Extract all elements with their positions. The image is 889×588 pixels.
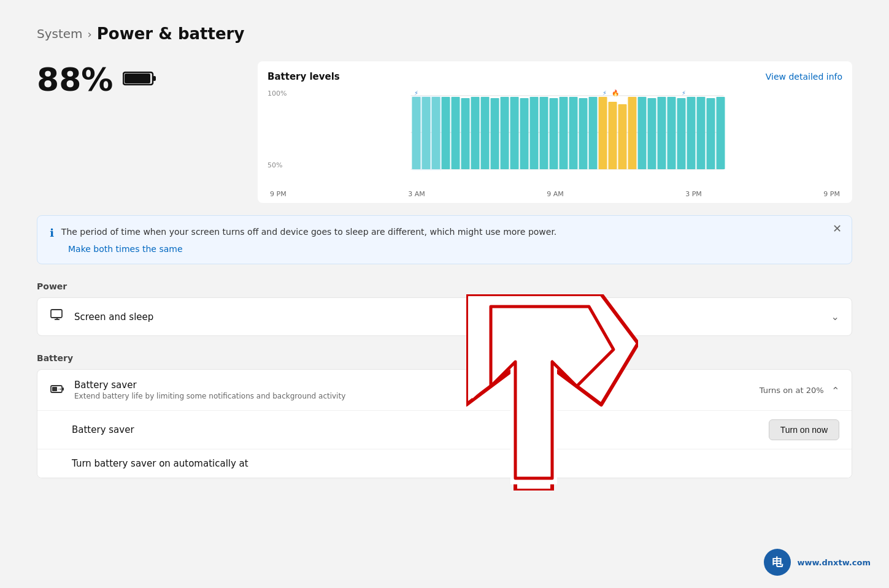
screen-sleep-row[interactable]: Screen and sleep ⌄ xyxy=(37,298,852,335)
breadcrumb-parent[interactable]: System xyxy=(37,26,83,41)
info-banner: ℹ The period of time when your screen tu… xyxy=(37,215,852,264)
screen-sleep-title: Screen and sleep xyxy=(74,311,831,323)
y-label-100: 100% xyxy=(267,90,287,97)
svg-rect-33 xyxy=(677,98,686,169)
chart-svg: ⚡ ⚡ 🔥 ⚡ xyxy=(267,90,842,175)
svg-rect-36 xyxy=(707,98,715,169)
breadcrumb-current: Power & battery xyxy=(97,25,245,43)
svg-rect-20 xyxy=(550,98,558,169)
svg-rect-22 xyxy=(569,97,578,169)
svg-rect-18 xyxy=(530,97,539,169)
watermark-logo: 电 xyxy=(764,549,791,576)
view-detailed-link[interactable]: View detailed info xyxy=(766,72,842,82)
svg-rect-23 xyxy=(579,98,588,169)
svg-rect-25 xyxy=(599,97,607,169)
svg-rect-35 xyxy=(697,97,706,169)
battery-section-label: Battery xyxy=(37,353,852,363)
svg-rect-9 xyxy=(442,97,450,169)
watermark-text: www.dnxtw.com xyxy=(797,558,871,567)
svg-rect-2 xyxy=(125,74,150,83)
make-same-link[interactable]: Make both times the same xyxy=(68,244,839,254)
breadcrumb-separator: › xyxy=(88,28,92,40)
x-label-3pm: 3 PM xyxy=(685,190,702,198)
battery-saver-title: Battery saver xyxy=(74,380,760,391)
svg-rect-31 xyxy=(658,97,666,169)
svg-rect-11 xyxy=(461,98,470,169)
breadcrumb: System › Power & battery xyxy=(37,25,852,43)
chart-title: Battery levels xyxy=(267,71,340,82)
svg-rect-34 xyxy=(687,97,696,169)
power-section-label: Power xyxy=(37,281,852,291)
svg-text:⚡: ⚡ xyxy=(682,90,686,96)
battery-saver-toggle-row: Battery saver Turn on now xyxy=(37,411,852,449)
auto-turn-on-label: Turn battery saver on automatically at xyxy=(72,458,839,469)
svg-rect-42 xyxy=(412,96,442,170)
info-close-button[interactable]: ✕ xyxy=(833,223,842,234)
svg-text:🔥: 🔥 xyxy=(612,90,620,97)
svg-rect-19 xyxy=(540,97,548,169)
battery-saver-chevron: ⌄ xyxy=(831,384,839,396)
svg-text:⚡: ⚡ xyxy=(414,90,418,96)
svg-rect-29 xyxy=(638,97,647,169)
svg-rect-43 xyxy=(51,310,62,318)
battery-saver-row[interactable]: → Battery saver Extend battery life by l… xyxy=(37,370,852,411)
svg-rect-10 xyxy=(452,97,460,169)
svg-rect-14 xyxy=(491,98,499,169)
battery-saver-sub-label: Battery saver xyxy=(72,424,769,435)
battery-saver-subtitle: Extend battery life by limiting some not… xyxy=(74,392,760,400)
svg-rect-15 xyxy=(501,97,509,169)
svg-rect-27 xyxy=(618,104,627,169)
x-label-9am: 9 AM xyxy=(547,190,564,198)
svg-rect-28 xyxy=(628,97,637,169)
svg-rect-32 xyxy=(668,97,676,169)
x-label-9pm-2: 9 PM xyxy=(823,190,840,198)
battery-saver-status: Turns on at 20% xyxy=(760,386,824,395)
battery-saver-card: → Battery saver Extend battery life by l… xyxy=(37,369,852,478)
auto-turn-on-row[interactable]: Turn battery saver on automatically at xyxy=(37,449,852,478)
battery-saver-icon: → xyxy=(50,381,64,399)
svg-rect-21 xyxy=(560,97,568,169)
screen-sleep-icon xyxy=(50,308,64,326)
y-label-50: 50% xyxy=(267,161,287,169)
battery-percentage: 88% xyxy=(37,61,113,98)
svg-rect-24 xyxy=(589,97,598,169)
x-label-9pm-1: 9 PM xyxy=(270,190,287,198)
screen-sleep-chevron: ⌄ xyxy=(831,311,839,323)
x-label-3am: 3 AM xyxy=(408,190,425,198)
svg-rect-12 xyxy=(471,97,480,169)
svg-text:⚡: ⚡ xyxy=(602,90,607,96)
svg-rect-37 xyxy=(717,97,725,169)
svg-rect-47 xyxy=(62,388,64,391)
svg-rect-13 xyxy=(481,97,490,169)
svg-rect-16 xyxy=(510,97,519,169)
svg-rect-1 xyxy=(153,76,156,81)
watermark: 电 www.dnxtw.com xyxy=(764,549,871,576)
power-settings-card: Screen and sleep ⌄ xyxy=(37,297,852,336)
info-icon: ℹ xyxy=(50,226,54,239)
svg-rect-17 xyxy=(520,98,529,169)
svg-text:→: → xyxy=(58,387,61,392)
svg-rect-30 xyxy=(648,98,656,169)
info-banner-text: The period of time when your screen turn… xyxy=(61,226,556,239)
turn-on-now-button[interactable]: Turn on now xyxy=(769,419,839,440)
svg-rect-48 xyxy=(52,387,57,391)
chart-y-axis: 100% 50% xyxy=(267,90,287,169)
battery-chart: Battery levels View detailed info 100% 5… xyxy=(258,61,852,203)
chart-x-labels: 9 PM 3 AM 9 AM 3 PM 9 PM xyxy=(267,190,842,198)
battery-icon xyxy=(123,69,157,90)
svg-rect-26 xyxy=(609,102,617,169)
